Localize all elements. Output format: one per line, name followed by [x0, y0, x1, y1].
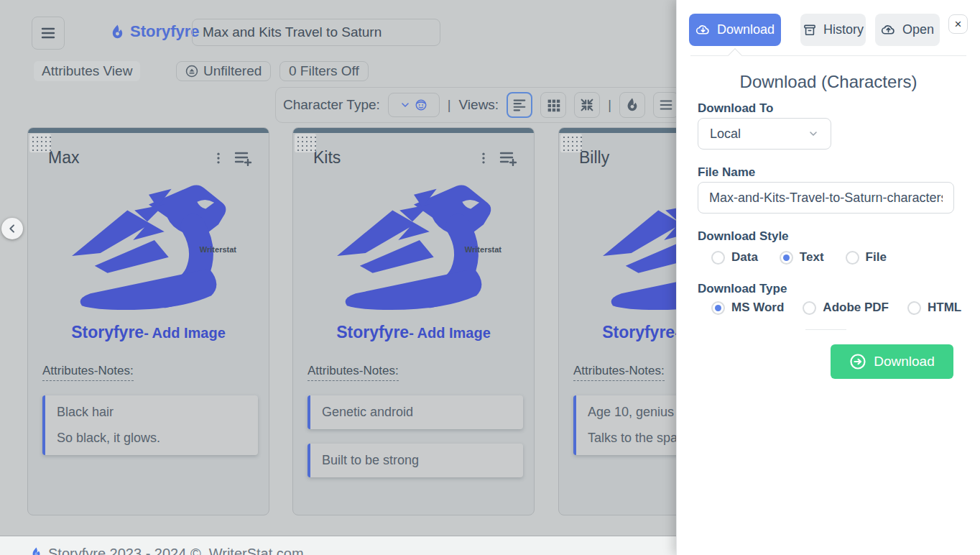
- note-line: Genetic android: [322, 405, 512, 420]
- note-line: Black hair: [57, 405, 246, 420]
- image-brand-text: Storyfyre: [71, 323, 144, 341]
- radio-option-file[interactable]: File: [846, 250, 887, 265]
- character-type-select[interactable]: [388, 93, 440, 117]
- radio-label: Text: [800, 250, 824, 265]
- radio-label: Adobe PDF: [823, 301, 889, 315]
- hidden-view-button[interactable]: [653, 92, 679, 118]
- open-tab-label: Open: [902, 22, 934, 37]
- character-type-label: Character Type:: [283, 97, 380, 113]
- app-screen: Storyfyre Attributes View Unfiltered 0 F…: [0, 0, 980, 555]
- character-card-kits[interactable]: Kits: [292, 127, 535, 515]
- views-label: Views:: [459, 97, 499, 113]
- footer-copyright-text: Storyfyre 2023 - 2024 ©. WriterStat.com: [48, 546, 304, 555]
- attributes-notes-label[interactable]: Attributes-Notes:: [42, 364, 134, 381]
- radio-label: File: [866, 250, 887, 265]
- character-name: Kits: [313, 148, 476, 168]
- grid-view-button[interactable]: [540, 92, 566, 118]
- download-type-radio-group: MS Word Adobe PDF HTML: [711, 301, 961, 315]
- radio-button[interactable]: [780, 251, 793, 265]
- cloud-download-icon: [695, 22, 711, 37]
- note-item[interactable]: Built to be strong: [308, 444, 523, 477]
- collapse-arrows-icon: [579, 97, 595, 113]
- card-topbar: [28, 128, 269, 133]
- radio-label: Data: [731, 250, 758, 265]
- drag-handle[interactable]: [29, 134, 51, 152]
- filters-count-button[interactable]: 0 Filters Off: [279, 61, 369, 81]
- file-name-label: File Name: [698, 165, 755, 180]
- radio-button[interactable]: [711, 301, 725, 315]
- attributes-notes-label[interactable]: Attributes-Notes:: [573, 364, 665, 381]
- attributes-notes-label[interactable]: Attributes-Notes:: [308, 364, 399, 381]
- add-image-link[interactable]: - Add Image: [409, 325, 491, 341]
- download-to-label: Download To: [698, 101, 773, 116]
- smiley-face-icon: [415, 98, 427, 111]
- character-card-max[interactable]: Max: [27, 127, 269, 515]
- toolbar-separator: |: [448, 98, 451, 113]
- image-brand-text: Storyfyre: [336, 323, 409, 341]
- collapse-view-button[interactable]: [574, 92, 600, 118]
- radio-button[interactable]: [711, 251, 725, 265]
- cloud-upload-icon: [881, 22, 896, 37]
- grid-view-icon: [546, 98, 561, 113]
- radio-button[interactable]: [846, 251, 859, 265]
- download-to-value: Local: [710, 127, 741, 142]
- character-image-placeholder[interactable]: Writerstat Storyfyre- Add Image: [293, 176, 534, 342]
- open-tab-button[interactable]: Open: [875, 14, 940, 46]
- drag-handle[interactable]: [295, 134, 316, 152]
- watermark-text: Writerstat: [200, 245, 236, 254]
- radio-option-ms-word[interactable]: MS Word: [711, 301, 784, 315]
- hamburger-icon: [40, 24, 57, 42]
- download-panel: Download History Open: [676, 0, 980, 555]
- kebab-menu-icon[interactable]: [476, 151, 491, 165]
- radio-option-data[interactable]: Data: [711, 250, 758, 265]
- flame-icon: [109, 24, 126, 40]
- card-topbar: [293, 128, 534, 133]
- playlist-add-icon[interactable]: [499, 150, 518, 166]
- add-image-link[interactable]: - Add Image: [144, 325, 226, 341]
- character-name: Max: [48, 148, 211, 168]
- image-brand-text: Storyfyre: [602, 323, 675, 341]
- history-tab-button[interactable]: History: [800, 14, 866, 46]
- kebab-menu-icon[interactable]: [211, 151, 226, 165]
- list-view-button[interactable]: [507, 92, 532, 118]
- attributes-view-label: Attributes View: [34, 61, 140, 81]
- note-item[interactable]: Genetic android: [308, 395, 523, 429]
- download-tab-label: Download: [717, 22, 775, 37]
- radio-option-html[interactable]: HTML: [907, 301, 961, 315]
- active-tab-notch: [728, 48, 742, 63]
- list-view-icon: [512, 97, 527, 113]
- note-item[interactable]: Black hair So black, it glows.: [42, 395, 258, 455]
- hamburger-menu-button[interactable]: [32, 17, 65, 50]
- download-submit-button[interactable]: Download: [831, 344, 953, 379]
- story-title-input[interactable]: [192, 19, 440, 46]
- filters-count-label: 0 Filters Off: [289, 63, 359, 79]
- archive-history-icon: [803, 23, 817, 37]
- unfiltered-filter-button[interactable]: Unfiltered: [176, 61, 271, 81]
- carousel-previous-button[interactable]: [1, 218, 23, 239]
- history-tab-label: History: [823, 22, 864, 37]
- chevron-left-icon: [6, 223, 18, 234]
- character-image-placeholder[interactable]: Writerstat Storyfyre- Add Image: [28, 176, 269, 342]
- radio-option-adobe-pdf[interactable]: Adobe PDF: [803, 301, 889, 315]
- flame-icon: [30, 546, 42, 555]
- download-tab-button[interactable]: Download: [689, 14, 781, 46]
- storyfyre-logo[interactable]: Storyfyre: [109, 22, 200, 41]
- radio-button[interactable]: [907, 301, 921, 315]
- watermark-text: Writerstat: [465, 245, 501, 254]
- chevron-down-icon: [808, 128, 819, 139]
- eject-filter-icon: [185, 65, 198, 78]
- playlist-add-icon[interactable]: [234, 150, 253, 166]
- file-name-input[interactable]: [698, 182, 954, 214]
- drag-handle[interactable]: [560, 134, 582, 152]
- submit-divider: [805, 329, 846, 330]
- radio-button[interactable]: [803, 301, 816, 315]
- note-line: So black, it glows.: [57, 431, 246, 446]
- toolbar-separator-2: |: [608, 98, 611, 113]
- close-panel-button[interactable]: ×: [948, 14, 968, 34]
- radio-option-text[interactable]: Text: [780, 250, 824, 265]
- flame-icon: [624, 97, 640, 113]
- download-to-select[interactable]: Local: [698, 118, 831, 150]
- flame-view-button[interactable]: [619, 92, 645, 118]
- download-style-radio-group: Data Text File: [711, 250, 887, 265]
- download-submit-label: Download: [874, 354, 935, 370]
